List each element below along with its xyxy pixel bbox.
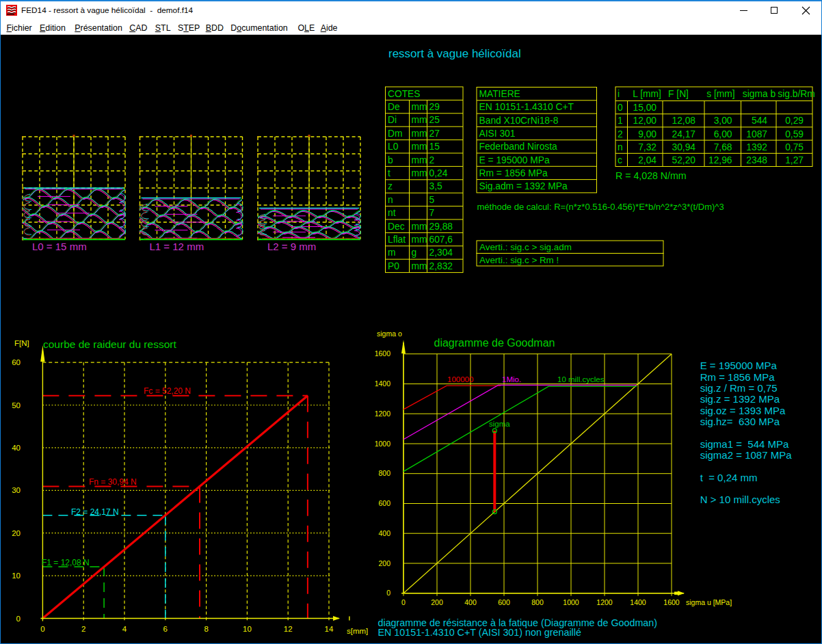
svg-text:Lflat: Lflat (388, 234, 406, 245)
svg-text:1400: 1400 (375, 379, 391, 388)
svg-text:25: 25 (429, 115, 440, 125)
svg-text:30,94: 30,94 (672, 142, 695, 152)
svg-text:0: 0 (386, 589, 390, 597)
svg-text:mm: mm (412, 261, 427, 271)
svg-text:0,59: 0,59 (785, 129, 804, 139)
svg-text:0: 0 (618, 103, 623, 113)
svg-text:1392: 1392 (746, 142, 767, 152)
svg-text:N > 10 mill.cycles: N > 10 mill.cycles (700, 494, 780, 505)
svg-text:t: t (388, 168, 390, 178)
svg-text:1200: 1200 (596, 598, 613, 606)
svg-text:c: c (618, 155, 622, 165)
svg-text:1087: 1087 (746, 129, 767, 139)
svg-text:800: 800 (531, 598, 544, 606)
svg-text:s [mm]: s [mm] (706, 89, 734, 99)
svg-text:6,00: 6,00 (714, 129, 732, 139)
svg-text:1400: 1400 (630, 598, 646, 606)
svg-text:30: 30 (12, 486, 21, 494)
svg-text:60: 60 (12, 358, 21, 366)
svg-text:b: b (388, 155, 393, 165)
svg-text:Dec: Dec (388, 222, 405, 232)
svg-text:sig.hz= 630 MPa: sig.hz= 630 MPa (700, 416, 780, 427)
svg-text:2,832: 2,832 (429, 261, 453, 271)
svg-text:400: 400 (378, 529, 390, 537)
svg-text:g: g (412, 247, 417, 258)
svg-text:F[N]: F[N] (14, 339, 29, 347)
svg-text:méthode de calcul: R=(n*z*0.51: méthode de calcul: R=(n*z*0.516-0.456)*E… (477, 202, 724, 212)
svg-text:7,32: 7,32 (638, 142, 657, 152)
svg-text:600: 600 (378, 499, 390, 507)
svg-text:Sig.adm = 1392 MPa: Sig.adm = 1392 MPa (479, 181, 568, 191)
svg-text:ressort à vague hélicoïdal: ressort à vague hélicoïdal (388, 47, 521, 60)
svg-text:P0: P0 (388, 261, 399, 271)
svg-text:1200: 1200 (375, 410, 391, 418)
svg-text:EN 10151-1.4310 C+T: EN 10151-1.4310 C+T (479, 102, 574, 112)
svg-text:mm: mm (412, 142, 427, 152)
svg-text:L1 = 12 mm: L1 = 12 mm (150, 241, 204, 252)
svg-text:24,17: 24,17 (672, 129, 695, 139)
svg-text:7: 7 (429, 208, 435, 218)
svg-text:L2 = 9 mm: L2 = 9 mm (267, 241, 316, 252)
svg-text:10: 10 (12, 572, 21, 580)
svg-text:1600: 1600 (375, 349, 391, 358)
svg-text:Dm: Dm (388, 129, 402, 139)
svg-text:0,75: 0,75 (785, 142, 804, 152)
svg-text:3,00: 3,00 (714, 116, 732, 126)
svg-text:R = 4,028 N/mm: R = 4,028 N/mm (615, 170, 687, 181)
svg-text:1000: 1000 (563, 598, 579, 606)
svg-text:1Mio.: 1Mio. (502, 375, 521, 384)
svg-text:COTES: COTES (388, 89, 421, 99)
svg-text:2,04: 2,04 (638, 155, 657, 165)
svg-text:Fc = 52,20 N: Fc = 52,20 N (144, 386, 191, 396)
svg-text:2: 2 (81, 625, 85, 633)
svg-text:600: 600 (498, 598, 510, 606)
svg-text:AISI 301: AISI 301 (479, 129, 516, 139)
svg-text:0: 0 (401, 598, 406, 606)
svg-text:mm: mm (412, 222, 427, 232)
svg-text:Di: Di (388, 115, 397, 125)
svg-text:100000: 100000 (447, 375, 473, 384)
svg-text:400: 400 (464, 598, 477, 606)
svg-text:Averti.: sig.c > sig.adm: Averti.: sig.c > sig.adm (479, 242, 572, 252)
svg-text:sig.oz = 1393 MPa: sig.oz = 1393 MPa (700, 405, 786, 416)
svg-text:15,00: 15,00 (633, 103, 657, 113)
svg-text:F [N]: F [N] (668, 89, 689, 99)
svg-text:De: De (388, 102, 400, 112)
svg-text:nt: nt (388, 208, 396, 218)
svg-text:n: n (618, 142, 623, 152)
svg-text:Averti.: sig.c > Rm !: Averti.: sig.c > Rm ! (479, 255, 559, 265)
svg-text:10 mill.cycles: 10 mill.cycles (557, 375, 605, 384)
svg-text:sigma u [MPa]: sigma u [MPa] (686, 598, 732, 606)
svg-text:2: 2 (429, 155, 435, 165)
svg-text:0,29: 0,29 (785, 116, 804, 126)
svg-text:n: n (388, 195, 393, 205)
svg-text:L [mm]: L [mm] (633, 89, 661, 99)
svg-text:mm: mm (412, 234, 427, 245)
svg-text:mm: mm (412, 102, 427, 112)
svg-text:800: 800 (378, 469, 390, 477)
svg-text:Rm = 1856 MPa: Rm = 1856 MPa (479, 168, 548, 178)
svg-text:52,20: 52,20 (672, 155, 695, 165)
svg-text:0: 0 (16, 615, 21, 623)
svg-text:m: m (388, 247, 396, 258)
svg-text:12,96: 12,96 (708, 155, 732, 165)
svg-text:7,68: 7,68 (714, 142, 732, 152)
svg-text:sig.z = 1392 MPa: sig.z = 1392 MPa (700, 393, 780, 405)
svg-text:t = 0,24 mm: t = 0,24 mm (700, 472, 758, 483)
svg-text:1: 1 (618, 116, 623, 126)
svg-text:diagramme de Goodman: diagramme de Goodman (434, 337, 555, 349)
svg-text:mm: mm (412, 115, 427, 125)
svg-text:F2 = 24,17 N: F2 = 24,17 N (71, 507, 119, 517)
svg-text:Federband Nirosta: Federband Nirosta (479, 142, 558, 152)
svg-text:sigma: sigma (489, 420, 510, 428)
svg-text:200: 200 (378, 559, 390, 567)
svg-text:15: 15 (429, 142, 440, 152)
svg-text:E = 195000 MPa: E = 195000 MPa (479, 155, 550, 165)
svg-text:mm: mm (412, 168, 427, 178)
svg-text:sigma1 = 544 MPa: sigma1 = 544 MPa (700, 438, 789, 450)
svg-text:sigma b: sigma b (743, 89, 776, 99)
svg-text:12,08: 12,08 (672, 116, 695, 126)
svg-text:8: 8 (204, 625, 208, 633)
svg-text:6: 6 (163, 625, 168, 633)
svg-text:EN 10151-1.4310 C+T (AISI 301): EN 10151-1.4310 C+T (AISI 301) non grena… (378, 627, 581, 638)
